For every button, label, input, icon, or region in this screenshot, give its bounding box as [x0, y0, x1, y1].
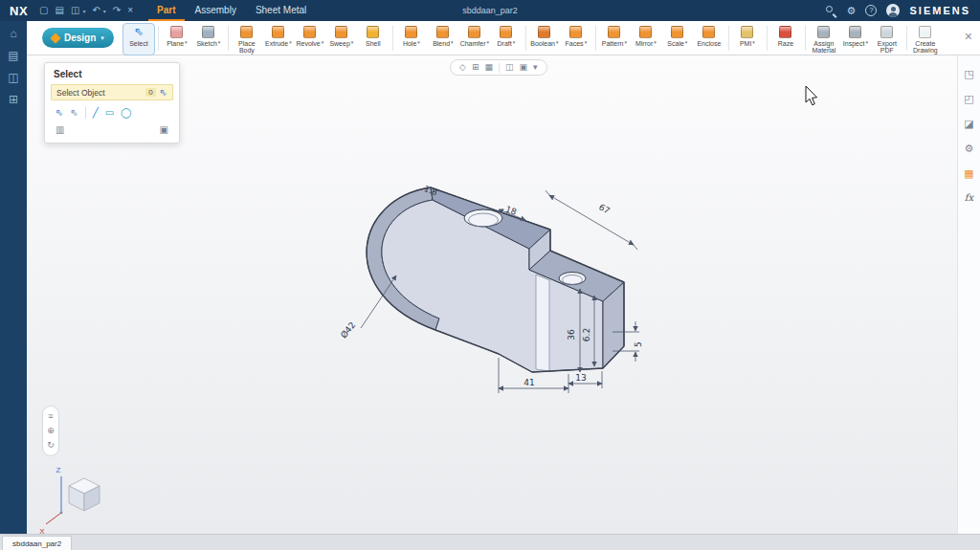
- ribbon-separator: [228, 26, 229, 51]
- cursor-icon[interactable]: ⇖: [56, 108, 63, 118]
- model-body[interactable]: [367, 187, 624, 372]
- tool-sweep-caret-icon[interactable]: ▾: [351, 40, 354, 45]
- tool-chamfer[interactable]: Chamfer▾: [459, 24, 490, 55]
- tool-faces[interactable]: Faces▾: [561, 24, 591, 55]
- tool-plane[interactable]: Plane▾: [162, 24, 192, 55]
- new-part-icon[interactable]: ▢: [39, 6, 48, 15]
- dimension-label[interactable]: 13: [575, 373, 586, 383]
- tool-draft-caret-icon[interactable]: ▾: [513, 40, 516, 45]
- rect-select-icon[interactable]: ▭: [105, 108, 114, 118]
- redo-icon[interactable]: ↷: [113, 6, 121, 15]
- open-icon[interactable]: ▤: [56, 6, 64, 15]
- home-icon[interactable]: ⌂: [10, 28, 16, 39]
- dimension-label[interactable]: 5: [634, 341, 643, 347]
- tool-scale[interactable]: Scale▾: [662, 24, 693, 55]
- tool-raze[interactable]: Raze: [770, 24, 801, 55]
- tool-blend[interactable]: Blend▾: [428, 24, 458, 55]
- show-hide-icon[interactable]: ▣: [520, 63, 528, 72]
- tool-revolve[interactable]: Revolve▾: [295, 24, 325, 55]
- tool-draft[interactable]: Draft▾: [491, 24, 522, 55]
- search-icon[interactable]: [825, 5, 837, 17]
- menu-tab-part[interactable]: Part: [148, 0, 184, 21]
- dimension-label[interactable]: 6.2: [582, 328, 591, 341]
- selection-filter-icon[interactable]: ▥: [56, 125, 64, 135]
- user-avatar[interactable]: [886, 4, 900, 17]
- undo-icon[interactable]: ↶: [92, 6, 100, 15]
- tool-extrude[interactable]: Extrude▾: [263, 24, 294, 55]
- tool-export-pdf[interactable]: Export PDF: [872, 24, 902, 55]
- select-object-row[interactable]: Select Object 0 ⇖: [51, 84, 173, 100]
- cursor-add-icon[interactable]: ⇖: [70, 108, 78, 118]
- design-dropdown-caret-icon[interactable]: ▾: [100, 34, 104, 42]
- orient-view-icon[interactable]: ⊞: [472, 63, 479, 72]
- part-navigator-icon[interactable]: ▦: [964, 168, 973, 179]
- wireframe-style-icon[interactable]: ◫: [505, 63, 514, 72]
- tool-sweep[interactable]: Sweep▾: [326, 24, 357, 55]
- dimension-label[interactable]: Ø42: [339, 320, 357, 341]
- tool-scale-caret-icon[interactable]: ▾: [685, 40, 688, 45]
- settings-gear-icon[interactable]: ⚙: [847, 6, 857, 16]
- panels-icon[interactable]: ◫: [8, 72, 18, 83]
- zoom-icon[interactable]: ⊕: [47, 427, 55, 435]
- orientation-triad[interactable]: Z X: [33, 450, 109, 534]
- dimension-label[interactable]: 41: [523, 378, 534, 387]
- ribbon-close-icon[interactable]: ×: [965, 30, 972, 43]
- delete-icon[interactable]: ×: [127, 6, 133, 15]
- tool-create-drawing[interactable]: Create Drawing: [910, 24, 941, 55]
- graphics-window[interactable]: 1.81867Ø424113366.25 Select Select Objec…: [27, 55, 957, 534]
- tool-sketch-caret-icon[interactable]: ▾: [218, 40, 221, 45]
- tool-pattern-caret-icon[interactable]: ▾: [624, 40, 627, 45]
- more-views-icon[interactable]: ▾: [533, 63, 538, 72]
- tool-pattern[interactable]: Pattern▾: [599, 24, 630, 55]
- screens-icon[interactable]: ▤: [8, 50, 18, 61]
- model-views-icon[interactable]: ◳: [964, 69, 973, 79]
- tool-plane-caret-icon[interactable]: ▾: [185, 40, 188, 45]
- tool-sketch[interactable]: Sketch▾: [193, 24, 224, 55]
- tool-inspect[interactable]: Inspect▾: [840, 24, 871, 55]
- tool-chamfer-caret-icon[interactable]: ▾: [487, 40, 490, 45]
- undo-caret-icon[interactable]: ▾: [103, 8, 106, 14]
- rotate-view-icon[interactable]: ↻: [47, 441, 55, 450]
- tool-boolean-caret-icon[interactable]: ▾: [556, 40, 559, 45]
- tool-place-body[interactable]: Place Body: [232, 24, 262, 55]
- tool-shell[interactable]: Shell: [358, 24, 389, 55]
- shaded-style-icon[interactable]: ▦: [484, 63, 493, 72]
- fit-view-icon[interactable]: ◇: [459, 63, 466, 72]
- help-icon[interactable]: ?: [865, 5, 877, 16]
- design-app-button[interactable]: Design ▾: [42, 28, 114, 48]
- save-icon[interactable]: ◫: [71, 6, 79, 15]
- menu-tab-assembly[interactable]: Assembly: [187, 0, 245, 21]
- synchronous-modeling-icon[interactable]: ⚙: [965, 143, 974, 154]
- menu-tab-sheet-metal[interactable]: Sheet Metal: [247, 0, 315, 21]
- expressions-icon[interactable]: fx: [965, 193, 973, 203]
- section-analysis-icon[interactable]: ◪: [964, 119, 973, 129]
- tool-faces-caret-icon[interactable]: ▾: [585, 40, 588, 45]
- tool-assign-material[interactable]: Assign Material: [809, 24, 839, 55]
- dimension-label[interactable]: 36: [567, 329, 576, 341]
- tool-assign-material-icon: [817, 26, 830, 38]
- tool-boolean[interactable]: Boolean▾: [529, 24, 560, 55]
- tool-select[interactable]: ⇖Select: [123, 24, 154, 55]
- tool-mirror-caret-icon[interactable]: ▾: [654, 40, 657, 45]
- lasso-select-icon[interactable]: ◯: [121, 108, 131, 118]
- tool-hole[interactable]: Hole▾: [396, 24, 427, 55]
- tool-extrude-caret-icon[interactable]: ▾: [289, 40, 292, 45]
- part-tab[interactable]: sbddaan_par2: [2, 536, 72, 550]
- tool-pmi[interactable]: PMI▾: [732, 24, 763, 55]
- save-caret-icon[interactable]: ▾: [82, 8, 85, 14]
- tool-hole-caret-icon[interactable]: ▾: [417, 40, 420, 45]
- tool-blend-caret-icon[interactable]: ▾: [451, 40, 454, 45]
- model-top-hole[interactable]: [464, 209, 502, 227]
- copy-icon[interactable]: ▣: [160, 125, 168, 135]
- model-slot-face[interactable]: [536, 275, 549, 371]
- tool-revolve-caret-icon[interactable]: ▾: [322, 40, 324, 45]
- tool-mirror[interactable]: Mirror▾: [631, 24, 661, 55]
- line-select-icon[interactable]: ╱: [93, 108, 99, 118]
- dimension-label[interactable]: 67: [597, 202, 612, 215]
- tool-enclose[interactable]: Enclose: [694, 24, 724, 55]
- tool-inspect-caret-icon[interactable]: ▾: [865, 40, 868, 45]
- tool-pmi-caret-icon[interactable]: ▾: [752, 40, 755, 45]
- render-style-icon[interactable]: ◰: [964, 94, 973, 104]
- windows-icon[interactable]: ⊞: [9, 94, 18, 105]
- command-list-icon[interactable]: ≡: [48, 412, 53, 421]
